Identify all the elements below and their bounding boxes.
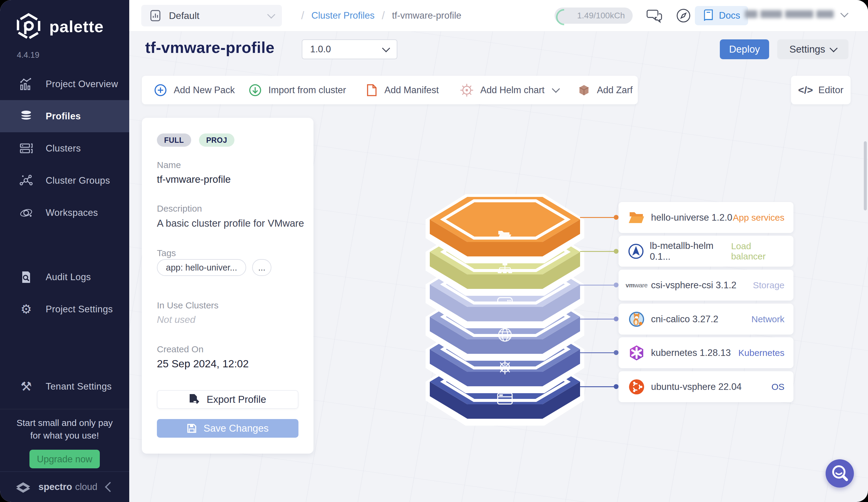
app-window: palette 4.4.19 Project Overview Pro	[0, 0, 868, 502]
pack-row-hello-universe[interactable]: hello-universe 1.2.0 App services	[619, 202, 794, 233]
pack-category: Network	[751, 314, 784, 324]
save-floppy-icon	[187, 423, 197, 433]
pack-name: lb-metallb-helm 0.1...	[650, 240, 731, 262]
manifest-file-icon	[366, 84, 378, 97]
sidebar-item-label: Workspaces	[46, 207, 98, 218]
sidebar-item-label: Tenant Settings	[46, 381, 112, 392]
chevron-down-icon	[829, 44, 838, 52]
user-name-redacted	[785, 10, 813, 18]
metallb-icon	[628, 242, 644, 260]
project-selector[interactable]: Default	[141, 5, 282, 27]
sidebar-item-label: Profiles	[46, 111, 81, 122]
user-menu[interactable]	[745, 10, 847, 18]
breadcrumb-separator: /	[382, 9, 385, 22]
pack-category: Load balancer	[731, 241, 784, 262]
layer-connector	[580, 251, 617, 252]
layers-icon	[19, 110, 34, 123]
export-profile-button[interactable]: Export Profile	[157, 390, 298, 409]
project-scope-icon	[149, 9, 162, 22]
settings-button[interactable]: Settings	[777, 39, 848, 59]
connector-dot	[614, 215, 619, 220]
pack-category: Kubernetes	[738, 348, 784, 358]
save-changes-button[interactable]: Save Changes	[157, 419, 298, 438]
pack-category: Storage	[753, 280, 784, 290]
spectro-cloud-wordmark: spectrocloud	[39, 482, 97, 492]
description-label: Description	[157, 204, 202, 214]
profile-version-select[interactable]: 1.0.0	[302, 39, 397, 59]
upgrade-text-line1: Start small and only pay	[0, 417, 129, 429]
pack-name: kubernetes 1.28.13	[651, 348, 731, 358]
add-manifest-button[interactable]: Add Manifest	[366, 76, 439, 104]
layer-connector	[580, 319, 617, 319]
user-name-redacted	[816, 10, 834, 18]
tags-label: Tags	[157, 248, 176, 258]
sidebar-item-label: Cluster Groups	[46, 175, 110, 186]
chat-icon[interactable]	[646, 7, 663, 25]
compass-icon[interactable]	[675, 7, 692, 25]
profile-name-value: tf-vmware-profile	[157, 174, 231, 185]
profile-version-value: 1.0.0	[310, 44, 331, 55]
chevron-down-icon	[267, 11, 275, 19]
pack-category: OS	[772, 382, 784, 392]
scrollbar-thumb[interactable]	[864, 141, 867, 211]
add-new-pack-button[interactable]: Add New Pack	[154, 76, 235, 104]
tag-pill[interactable]: app: hello-univer...	[157, 259, 246, 276]
pack-row-kubernetes[interactable]: kubernetes 1.28.13 Kubernetes	[619, 337, 794, 368]
sidebar-item-audit-logs[interactable]: Audit Logs	[0, 261, 129, 293]
audit-doc-icon	[19, 270, 34, 284]
sidebar-item-label: Project Settings	[46, 304, 113, 315]
pack-row-cni-calico[interactable]: cni-calico 3.27.2 Network	[619, 304, 794, 335]
tools-icon: ⚒	[19, 379, 34, 394]
project-selector-value: Default	[169, 10, 199, 21]
connector-dot	[614, 317, 619, 321]
folder-open-icon	[628, 208, 645, 227]
add-helm-chart-button[interactable]: Add Helm chart	[460, 76, 559, 104]
file-export-icon	[189, 393, 200, 406]
chevron-down-icon	[552, 85, 560, 93]
pack-row-csi-vsphere-csi[interactable]: vmvmwareware csi-vsphere-csi 3.1.2 Stora…	[619, 270, 794, 300]
pack-name: hello-universe 1.2.0	[651, 212, 732, 223]
upgrade-now-button[interactable]: Upgrade now	[30, 450, 100, 468]
name-label: Name	[157, 160, 181, 170]
sidebar-item-workspaces[interactable]: Workspaces	[0, 197, 129, 229]
sidebar-item-project-overview[interactable]: Project Overview	[0, 68, 129, 100]
profile-layer-stack	[419, 192, 591, 434]
sidebar-item-label: Project Overview	[46, 79, 118, 90]
add-zarf-button[interactable]: Add Zarf	[578, 76, 633, 104]
collapse-sidebar-icon[interactable]	[105, 482, 115, 492]
pack-row-lb-metallb-helm[interactable]: lb-metallb-helm 0.1... Load balancer	[619, 236, 794, 267]
editor-button[interactable]: </> Editor	[791, 76, 850, 104]
breadcrumb-cluster-profiles[interactable]: Cluster Profiles	[311, 10, 374, 21]
layer-connector	[580, 285, 617, 286]
layer-connector	[580, 217, 617, 218]
created-on-label: Created On	[157, 344, 204, 355]
upgrade-text-line2: for what you use!	[0, 429, 129, 442]
palette-logo-icon	[16, 13, 41, 40]
deploy-button[interactable]: Deploy	[720, 39, 769, 59]
profile-description-value: A basic cluster profile for VMware	[157, 218, 304, 229]
vmware-icon: vmvmwareware	[628, 276, 645, 294]
book-icon	[703, 9, 714, 22]
in-use-clusters-label: In Use Clusters	[157, 300, 218, 310]
brand-name: palette	[49, 17, 104, 36]
tag-more-pill[interactable]: ...	[252, 259, 271, 276]
sidebar-item-label: Audit Logs	[46, 272, 91, 283]
spectro-cloud-logo-icon	[14, 479, 32, 495]
sidebar-item-clusters[interactable]: Clusters	[0, 132, 129, 164]
sidebar-item-tenant-settings[interactable]: ⚒ Tenant Settings	[0, 370, 129, 402]
nodes-icon	[19, 174, 34, 187]
search-fab-button[interactable]	[826, 459, 854, 488]
badge-proj: PROJ	[199, 133, 235, 147]
import-from-cluster-button[interactable]: Import from cluster	[249, 76, 346, 104]
connector-dot	[614, 283, 619, 287]
pack-toolbar: Add New Pack Import from cluster Add Man…	[142, 76, 638, 104]
docs-button[interactable]: Docs	[695, 6, 748, 25]
sidebar-item-profiles[interactable]: Profiles	[0, 100, 129, 132]
helm-wheel-icon	[498, 361, 512, 374]
pack-name: cni-calico 3.27.2	[651, 314, 718, 325]
sidebar-item-cluster-groups[interactable]: Cluster Groups	[0, 164, 129, 197]
usage-meter: 1.49/100kCh	[555, 8, 633, 24]
usage-value: 1.49/100kCh	[577, 11, 625, 20]
sidebar-item-project-settings[interactable]: ⚙ Project Settings	[0, 293, 129, 325]
pack-row-ubuntu-vsphere[interactable]: ubuntu-vsphere 22.04 OS	[619, 371, 794, 402]
